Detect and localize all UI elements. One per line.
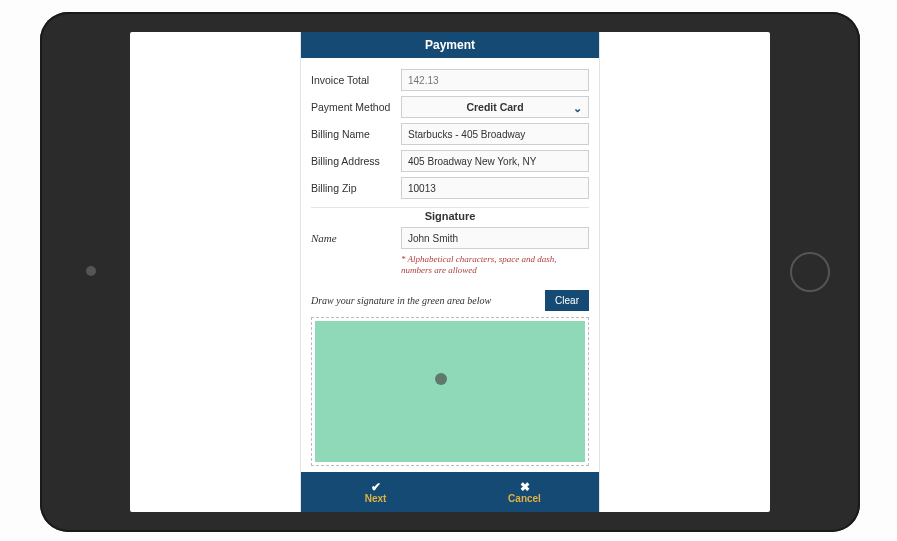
row-billing-zip: Billing Zip — [311, 177, 589, 199]
next-button[interactable]: ✔ Next — [301, 472, 450, 512]
cancel-button[interactable]: ✖ Cancel — [450, 472, 599, 512]
select-payment-method-wrap: Credit Card ⌄ — [401, 96, 589, 118]
clear-button[interactable]: Clear — [545, 290, 589, 311]
row-invoice-total: Invoice Total — [311, 69, 589, 91]
label-billing-name: Billing Name — [311, 128, 401, 140]
tablet-screen: Payment Invoice Total Payment Method Cre… — [130, 32, 770, 512]
tablet-frame: Payment Invoice Total Payment Method Cre… — [40, 12, 860, 532]
row-billing-name: Billing Name — [311, 123, 589, 145]
input-billing-zip[interactable] — [401, 177, 589, 199]
check-icon: ✔ — [371, 481, 381, 493]
label-invoice-total: Invoice Total — [311, 74, 401, 86]
label-billing-address: Billing Address — [311, 155, 401, 167]
signature-cursor-dot — [435, 373, 447, 385]
signature-pad[interactable] — [315, 321, 585, 462]
next-button-label: Next — [365, 493, 387, 504]
label-signature-name: Name — [311, 232, 401, 244]
footer-bar: ✔ Next ✖ Cancel — [301, 472, 599, 512]
tablet-camera — [86, 266, 96, 276]
input-billing-name[interactable] — [401, 123, 589, 145]
input-invoice-total[interactable] — [401, 69, 589, 91]
row-billing-address: Billing Address — [311, 150, 589, 172]
signature-area-wrap — [311, 317, 589, 466]
panel-title: Payment — [301, 32, 599, 58]
label-billing-zip: Billing Zip — [311, 182, 401, 194]
cancel-button-label: Cancel — [508, 493, 541, 504]
divider — [311, 207, 589, 208]
row-signature-name: Name — [311, 227, 589, 249]
signature-hint: * Alphabetical characters, space and das… — [401, 254, 589, 276]
signature-instruction-row: Draw your signature in the green area be… — [311, 290, 589, 311]
select-payment-method[interactable]: Credit Card — [401, 96, 589, 118]
input-signature-name[interactable] — [401, 227, 589, 249]
row-payment-method: Payment Method Credit Card ⌄ — [311, 96, 589, 118]
signature-instruction: Draw your signature in the green area be… — [311, 295, 491, 306]
label-payment-method: Payment Method — [311, 101, 401, 113]
input-billing-address[interactable] — [401, 150, 589, 172]
form-area: Invoice Total Payment Method Credit Card… — [301, 58, 599, 311]
payment-panel: Payment Invoice Total Payment Method Cre… — [300, 32, 600, 512]
signature-title: Signature — [311, 210, 589, 222]
close-icon: ✖ — [520, 481, 530, 493]
tablet-home-button[interactable] — [790, 252, 830, 292]
stage: Payment Invoice Total Payment Method Cre… — [0, 0, 897, 541]
